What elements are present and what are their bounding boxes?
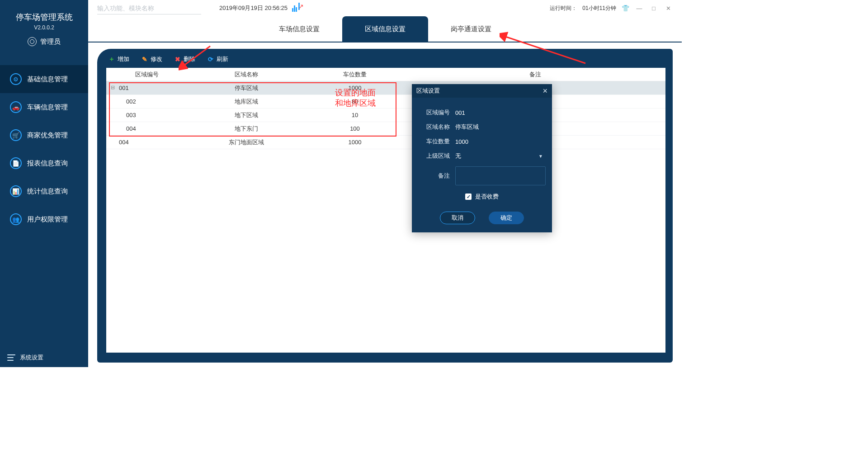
- field-label-name: 区域名称: [418, 123, 450, 131]
- stats-icon: 📊: [10, 185, 22, 197]
- field-label-parent: 上级区域: [418, 152, 450, 160]
- sidebar-footer-settings[interactable]: 系统设置: [0, 348, 88, 367]
- tab-bar: 车场信息设置 区域信息设置 岗亭通道设置: [88, 16, 682, 42]
- grid-toolbar: ＋增加 ✎修改 ✖删除 ⟳刷新: [106, 54, 665, 68]
- cart-icon: 🛒: [10, 129, 22, 141]
- maximize-button[interactable]: □: [649, 5, 658, 12]
- sidebar-nav: ⚙ 基础信息管理 🚗 车辆信息管理 🛒 商家优免管理 📄 报表信息查询 📊 统计…: [0, 65, 88, 233]
- search-input[interactable]: [97, 2, 201, 14]
- runtime-label: 运行时间：: [550, 5, 577, 12]
- car-icon: 🚗: [10, 101, 22, 113]
- report-icon: 📄: [10, 157, 22, 169]
- cancel-button[interactable]: 取消: [440, 212, 475, 224]
- table-row[interactable]: 001 停车区域 1000: [106, 81, 665, 95]
- dialog-title: 区域设置: [416, 87, 440, 95]
- sidebar-item-label: 商家优免管理: [27, 131, 68, 140]
- field-label-note: 备注: [418, 172, 450, 180]
- sidebar-item-label: 统计信息查询: [27, 187, 68, 196]
- sidebar-item-user-permissions[interactable]: 👥 用户权限管理: [0, 205, 88, 233]
- checkbox-icon: ✓: [465, 193, 472, 200]
- col-area-name[interactable]: 区域名称: [188, 71, 305, 79]
- pencil-icon: ✎: [141, 56, 148, 63]
- runtime-value: 01小时11分钟: [582, 5, 616, 12]
- area-settings-dialog: 区域设置 × 区域编号 001 区域名称 停车区域 车位数量 1000 上级区域: [412, 84, 552, 232]
- sidebar-item-label: 报表信息查询: [27, 159, 68, 168]
- field-value-name[interactable]: 停车区域: [455, 123, 546, 131]
- tab-booth-channel[interactable]: 岗亭通道设置: [428, 16, 514, 42]
- add-button[interactable]: ＋增加: [108, 55, 129, 63]
- field-value-code[interactable]: 001: [455, 109, 546, 116]
- sidebar-item-label: 车辆信息管理: [27, 103, 68, 112]
- col-note[interactable]: 备注: [405, 71, 665, 79]
- chevron-down-icon: ▼: [538, 154, 543, 159]
- content-panel: ＋增加 ✎修改 ✖删除 ⟳刷新 区域编号 区域名称 车位数量 备注 001 停车…: [97, 49, 673, 363]
- edit-button[interactable]: ✎修改: [141, 55, 162, 63]
- tab-parking-info[interactable]: 车场信息设置: [256, 16, 342, 42]
- theme-icon[interactable]: 👕: [622, 5, 629, 12]
- sidebar: 停车场管理系统 V2.0.0.2 管理员 ⚙ 基础信息管理 🚗 车辆信息管理 🛒…: [0, 0, 88, 367]
- trend-icon[interactable]: ↗: [292, 5, 300, 12]
- delete-button[interactable]: ✖删除: [174, 55, 195, 63]
- ok-button[interactable]: 确定: [489, 212, 524, 224]
- area-grid: 区域编号 区域名称 车位数量 备注 001 停车区域 1000 002 地库区域: [106, 68, 665, 353]
- sidebar-item-basic-info[interactable]: ⚙ 基础信息管理: [0, 65, 88, 93]
- dialog-close-button[interactable]: ×: [542, 86, 547, 96]
- refresh-icon: ⟳: [207, 56, 214, 63]
- sidebar-item-label: 基础信息管理: [27, 75, 68, 84]
- sidebar-item-merchant-discount[interactable]: 🛒 商家优免管理: [0, 121, 88, 149]
- topbar: 2019年09月19日 20:56:25 ↗ 运行时间： 01小时11分钟 👕 …: [88, 0, 682, 16]
- field-charge-checkbox[interactable]: ✓ 是否收费: [418, 193, 546, 201]
- plus-icon: ＋: [108, 56, 115, 63]
- current-user[interactable]: 管理员: [0, 37, 88, 46]
- col-slot-qty[interactable]: 车位数量: [305, 71, 405, 79]
- sidebar-item-stats-query[interactable]: 📊 统计信息查询: [0, 177, 88, 205]
- field-label-code: 区域编号: [418, 108, 450, 117]
- app-version: V2.0.0.2: [0, 24, 88, 31]
- sidebar-item-label: 用户权限管理: [27, 215, 68, 224]
- field-value-note[interactable]: [455, 166, 546, 185]
- user-role: 管理员: [40, 38, 61, 46]
- table-row[interactable]: 002 地库区域 80: [106, 95, 665, 108]
- field-value-qty[interactable]: 1000: [455, 138, 546, 145]
- datetime-label: 2019年09月19日 20:56:25: [219, 4, 288, 12]
- table-row[interactable]: 004 东门地面区域 1000: [106, 136, 665, 149]
- tab-area-info[interactable]: 区域信息设置: [342, 16, 428, 42]
- refresh-button[interactable]: ⟳刷新: [207, 55, 228, 63]
- app-title: 停车场管理系统: [0, 12, 88, 23]
- sidebar-header: 停车场管理系统 V2.0.0.2 管理员: [0, 0, 88, 54]
- grid-header: 区域编号 区域名称 车位数量 备注: [106, 68, 665, 81]
- minimize-button[interactable]: —: [635, 5, 644, 12]
- col-area-code[interactable]: 区域编号: [106, 71, 188, 79]
- sidebar-item-vehicle-info[interactable]: 🚗 车辆信息管理: [0, 93, 88, 121]
- sliders-icon: [7, 354, 15, 361]
- field-select-parent[interactable]: 无 ▼: [455, 152, 546, 160]
- table-row[interactable]: 004 地下东门 100: [106, 122, 665, 136]
- table-row[interactable]: 003 地下区域 10: [106, 108, 665, 122]
- trash-icon: ✖: [174, 56, 181, 63]
- users-icon: 👥: [10, 213, 22, 225]
- field-label-qty: 车位数量: [418, 137, 450, 146]
- sidebar-footer-label: 系统设置: [20, 354, 43, 362]
- sidebar-item-report-query[interactable]: 📄 报表信息查询: [0, 149, 88, 177]
- main: 2019年09月19日 20:56:25 ↗ 运行时间： 01小时11分钟 👕 …: [88, 0, 682, 367]
- user-avatar-icon: [28, 37, 37, 46]
- gear-icon: ⚙: [10, 73, 22, 85]
- close-button[interactable]: ✕: [664, 5, 673, 12]
